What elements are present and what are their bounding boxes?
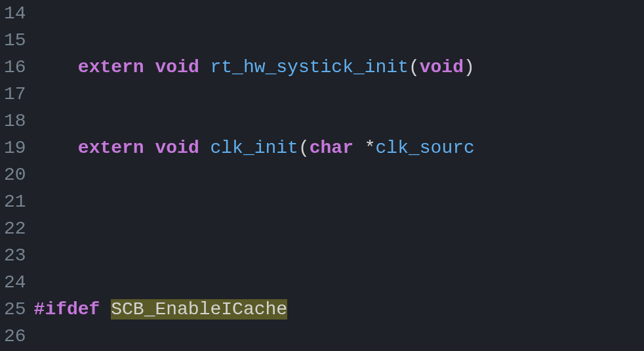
keyword-char: char [310, 138, 353, 158]
code-line[interactable]: #ifdef SCB_EnableICache [34, 296, 644, 323]
keyword-extern: extern [78, 57, 144, 77]
paren: ( [298, 138, 310, 158]
code-editor[interactable]: 14 15 16 17 18 19 20 21 22 23 24 25 26 e… [0, 0, 644, 351]
keyword-void: void [155, 57, 199, 77]
keyword-extern: extern [78, 138, 144, 158]
indent [34, 57, 78, 77]
line-number: 22 [4, 215, 26, 242]
line-number: 17 [4, 81, 26, 108]
line-number: 26 [4, 323, 26, 350]
line-number: 14 [4, 0, 26, 27]
code-content[interactable]: extern void rt_hw_systick_init(void) ext… [34, 0, 644, 351]
line-number: 23 [4, 242, 26, 269]
space [100, 299, 111, 320]
code-line-empty[interactable] [34, 215, 644, 242]
line-number: 19 [4, 134, 26, 161]
operator-star: * [353, 138, 376, 158]
line-number: 15 [4, 27, 26, 54]
preprocessor-ifdef: #ifdef [34, 299, 100, 320]
paren: ) [464, 57, 475, 77]
line-number-gutter: 14 15 16 17 18 19 20 21 22 23 24 25 26 [0, 0, 34, 351]
line-number: 21 [4, 188, 26, 215]
line-number: 24 [4, 269, 26, 296]
function-name: clk_init [211, 138, 298, 158]
line-number: 18 [4, 108, 26, 134]
line-number: 20 [4, 161, 26, 188]
symbol-highlighted: SCB_EnableICache [111, 299, 287, 320]
keyword-void: void [155, 138, 199, 158]
line-number: 25 [4, 296, 26, 323]
line-number: 16 [4, 54, 26, 81]
code-line[interactable]: extern void rt_hw_systick_init(void) [34, 54, 644, 81]
function-name: rt_hw_systick_init [211, 57, 409, 77]
code-line[interactable]: extern void clk_init(char *clk_sourc [34, 134, 644, 161]
keyword-void: void [420, 57, 464, 77]
paren: ( [409, 57, 420, 77]
parameter: clk_sourc [376, 138, 475, 158]
indent [34, 138, 78, 158]
